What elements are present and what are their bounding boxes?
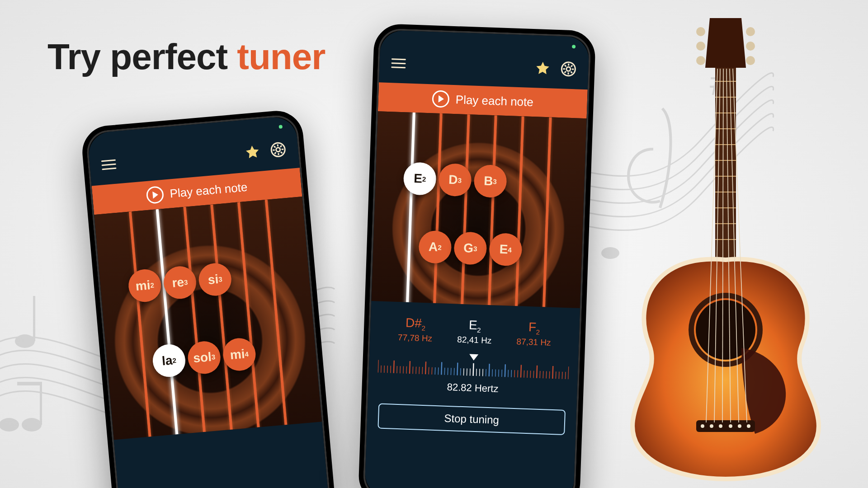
svg-point-91 [696, 27, 705, 36]
svg-line-78 [530, 371, 531, 378]
svg-line-42 [416, 366, 416, 374]
svg-line-79 [533, 371, 534, 378]
svg-point-0 [15, 334, 35, 348]
strings-group [94, 197, 322, 440]
svg-point-21 [566, 67, 571, 71]
svg-line-41 [413, 366, 413, 374]
svg-line-90 [568, 366, 569, 379]
menu-icon[interactable] [101, 159, 117, 170]
svg-line-69 [502, 370, 502, 377]
svg-line-48 [435, 367, 435, 375]
svg-line-47 [432, 367, 432, 374]
svg-line-43 [419, 366, 420, 374]
svg-point-94 [746, 27, 755, 36]
freq-left: D#2 77,78 Hz [385, 315, 445, 344]
svg-line-29 [571, 65, 572, 66]
string-1[interactable] [400, 113, 415, 308]
svg-line-80 [537, 365, 537, 378]
string-5[interactable] [237, 202, 279, 440]
strings-area: E2 D3 B3 A2 G3 E4 [371, 111, 586, 308]
svg-line-76 [524, 370, 524, 377]
svg-line-51 [444, 367, 445, 375]
svg-line-40 [410, 361, 410, 374]
svg-rect-4 [40, 382, 42, 425]
frequency-readout: sol#2 la2 110,00 Hz la#2 116,54 Hz [118, 476, 330, 488]
star-icon[interactable] [244, 144, 261, 160]
string-3[interactable] [454, 114, 470, 308]
svg-line-86 [556, 371, 556, 379]
svg-line-62 [480, 369, 480, 376]
svg-line-49 [438, 367, 439, 375]
svg-line-74 [518, 370, 518, 377]
svg-point-93 [696, 56, 705, 65]
status-dot-icon [572, 45, 576, 48]
svg-line-81 [540, 371, 540, 378]
string-2[interactable] [156, 209, 198, 440]
title-prefix: Try perfect [47, 37, 237, 77]
svg-line-26 [565, 65, 566, 66]
svg-line-45 [425, 361, 426, 374]
svg-point-95 [746, 42, 755, 51]
svg-line-27 [571, 71, 572, 73]
svg-line-64 [486, 369, 486, 376]
string-1[interactable] [129, 211, 171, 440]
svg-point-116 [738, 424, 741, 428]
svg-line-57 [463, 368, 464, 375]
svg-point-96 [746, 56, 755, 65]
svg-line-77 [527, 371, 528, 378]
svg-line-66 [492, 369, 493, 376]
title-accent: tuner [237, 37, 325, 77]
string-4[interactable] [210, 204, 252, 440]
svg-line-71 [508, 370, 509, 377]
svg-line-70 [505, 364, 505, 377]
play-icon [432, 90, 449, 108]
svg-line-53 [451, 368, 451, 375]
svg-line-33 [387, 366, 388, 373]
svg-rect-5 [17, 382, 42, 385]
status-dot-icon [278, 125, 283, 129]
svg-line-58 [467, 368, 467, 375]
svg-point-92 [696, 42, 705, 51]
svg-line-34 [391, 366, 391, 373]
string-2[interactable] [427, 113, 443, 308]
gear-icon[interactable] [269, 141, 287, 159]
svg-line-46 [429, 367, 429, 374]
string-6[interactable] [536, 117, 552, 308]
svg-line-82 [543, 371, 543, 378]
string-4[interactable] [481, 115, 497, 308]
svg-line-55 [457, 362, 458, 375]
string-5[interactable] [509, 116, 524, 308]
svg-line-17 [281, 152, 283, 154]
freq-center: E2 82,41 Hz [444, 317, 505, 346]
phone-mock-left: Play each note mi2 re3 si3 la2 sol3 mi4 … [80, 109, 340, 488]
svg-line-65 [489, 364, 490, 376]
svg-point-117 [747, 424, 750, 428]
stop-tuning-button[interactable]: Stop tuning [377, 403, 566, 435]
svg-line-36 [397, 366, 397, 373]
freq-right: F2 87,31 Hz [504, 319, 564, 348]
svg-rect-1 [33, 296, 35, 341]
svg-line-83 [546, 371, 547, 378]
string-3[interactable] [183, 207, 225, 440]
svg-line-39 [406, 366, 407, 373]
svg-line-88 [562, 371, 562, 379]
svg-line-67 [495, 369, 496, 376]
svg-rect-111 [696, 420, 755, 432]
svg-line-54 [454, 368, 454, 375]
star-icon[interactable] [535, 60, 551, 76]
svg-line-19 [280, 145, 282, 147]
svg-line-30 [378, 360, 378, 372]
svg-line-61 [476, 369, 477, 376]
svg-point-113 [710, 424, 713, 428]
svg-line-18 [274, 152, 276, 154]
string-6[interactable] [265, 200, 307, 440]
svg-point-11 [276, 147, 280, 152]
svg-line-87 [559, 371, 559, 379]
menu-icon[interactable] [391, 58, 406, 68]
phone-mock-right: Play each note E2 D3 B3 A2 G3 E4 D#2 7 [358, 23, 596, 488]
svg-line-38 [403, 366, 404, 373]
gear-icon[interactable] [560, 61, 577, 77]
svg-line-60 [473, 363, 474, 375]
svg-line-16 [274, 146, 276, 148]
play-label: Play each note [169, 180, 248, 201]
